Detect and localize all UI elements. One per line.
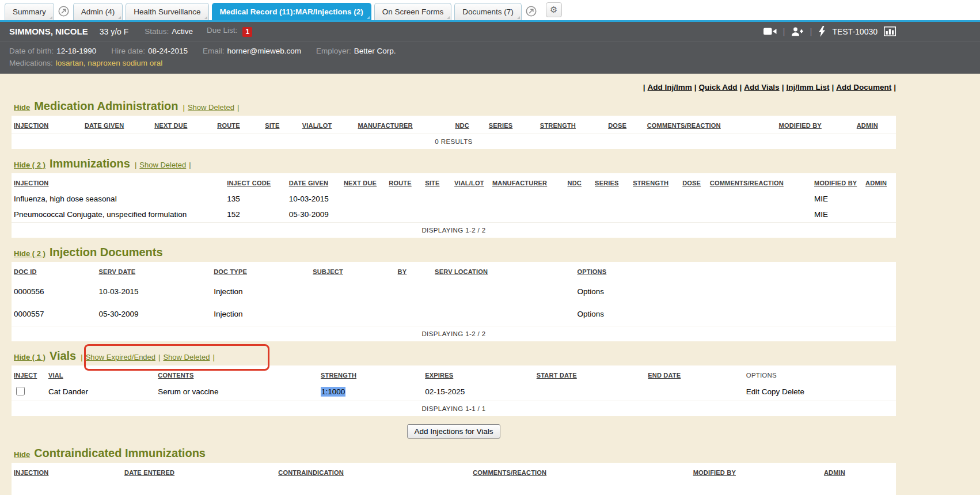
column-header-serv-location[interactable]: SERV LOCATION — [435, 268, 488, 275]
gear-icon: ⚙ — [550, 5, 557, 15]
hide-link[interactable]: Hide ( 1 ) — [14, 353, 45, 361]
add-injections-for-vials-button[interactable]: Add Injections for Vials — [407, 424, 500, 439]
cell — [863, 191, 896, 207]
column-header-series[interactable]: SERIES — [489, 122, 513, 129]
action-link-inj-imm-list[interactable]: Inj/Imm List — [786, 83, 829, 92]
section-links: | Show Deleted | — [183, 103, 240, 112]
column-header-contraindication[interactable]: CONTRAINDICATION — [278, 469, 344, 476]
column-header-end-date[interactable]: END DATE — [648, 372, 681, 379]
lightning-icon[interactable] — [818, 26, 826, 37]
cell — [341, 207, 386, 223]
column-header-options[interactable]: OPTIONS — [577, 268, 606, 275]
cell — [310, 280, 395, 303]
column-header-doc-type[interactable]: DOC TYPE — [214, 268, 247, 275]
column-header-modified-by[interactable]: MODIFIED BY — [779, 122, 822, 129]
hide-link[interactable]: Hide — [14, 103, 30, 112]
due-list-badge[interactable]: 1 — [242, 27, 252, 37]
tab-summary[interactable]: Summary — [5, 3, 54, 20]
column-header-series[interactable]: SERIES — [595, 180, 619, 186]
column-header-manufacturer[interactable]: MANUFACTURER — [492, 180, 547, 186]
column-header-start-date[interactable]: START DATE — [537, 372, 577, 379]
row-action-options[interactable]: Options — [577, 310, 604, 318]
column-header-inject[interactable]: INJECT — [14, 372, 37, 379]
column-header-subject[interactable]: SUBJECT — [313, 268, 343, 275]
row-select-checkbox[interactable] — [16, 387, 25, 395]
column-header-serv-date[interactable]: SERV DATE — [98, 268, 135, 275]
action-link-quick-add[interactable]: Quick Add — [699, 83, 738, 92]
section-title: Vials — [50, 349, 76, 363]
column-header-date-entered[interactable]: DATE ENTERED — [124, 469, 174, 476]
hide-link[interactable]: Hide ( 2 ) — [14, 249, 45, 258]
column-header-modified-by[interactable]: MODIFIED BY — [693, 469, 736, 476]
hide-link[interactable]: Hide — [14, 450, 30, 459]
popout-icon[interactable] — [526, 6, 537, 17]
status-field: Status:Active — [145, 27, 193, 36]
column-header-admin[interactable]: ADMIN — [824, 469, 845, 476]
column-header-strength[interactable]: STRENGTH — [321, 372, 356, 379]
column-header-vial[interactable]: VIAL — [48, 372, 63, 379]
medication-link-losartan[interactable]: losartan — [56, 59, 83, 67]
column-header-admin[interactable]: ADMIN — [857, 122, 878, 129]
column-header-injection[interactable]: INJECTION — [14, 122, 48, 129]
divider: | — [810, 26, 812, 36]
column-header-date-given[interactable]: DATE GIVEN — [85, 122, 124, 129]
row-action-options[interactable]: Options — [577, 287, 604, 296]
medication-link-naproxen-sodium-oral[interactable]: naproxen sodium oral — [88, 59, 162, 67]
column-header-expires[interactable]: EXPIRES — [425, 372, 453, 379]
column-header-ndc[interactable]: NDC — [568, 180, 582, 186]
column-header-contents[interactable]: CONTENTS — [158, 372, 193, 379]
action-link-add-inj-imm[interactable]: Add Inj/Imm — [648, 83, 692, 92]
show-deleted-link[interactable]: Show Deleted — [139, 161, 186, 169]
contraindicated-immunizations-table: INJECTIONDATE ENTEREDCONTRAINDICATIONCOM… — [12, 463, 896, 481]
cell — [630, 207, 680, 223]
column-header-modified-by[interactable]: MODIFIED BY — [814, 180, 857, 186]
column-header-route[interactable]: ROUTE — [217, 122, 240, 129]
column-header-dose[interactable]: DOSE — [608, 122, 626, 129]
column-header-strength[interactable]: STRENGTH — [633, 180, 668, 186]
tab-health-surveillance[interactable]: Health Surveillance — [126, 3, 208, 20]
column-header-comments-reaction[interactable]: COMMENTS/REACTION — [710, 180, 784, 186]
column-header-manufacturer[interactable]: MANUFACTURER — [358, 122, 412, 129]
settings-gear-button[interactable]: ⚙ — [546, 2, 562, 17]
action-link-add-vials[interactable]: Add Vials — [744, 83, 779, 92]
column-header-next-due[interactable]: NEXT DUE — [344, 180, 377, 186]
show-deleted-link[interactable]: Show Deleted — [188, 103, 234, 112]
cell: Injection — [211, 280, 310, 303]
row-action-edit-copy-delete[interactable]: Edit Copy Delete — [746, 387, 804, 396]
column-header-injection[interactable]: INJECTION — [14, 469, 48, 476]
show-deleted-link[interactable]: Show Deleted — [163, 353, 210, 361]
column-header-doc-id[interactable]: DOC ID — [14, 268, 37, 275]
column-header-strength[interactable]: STRENGTH — [540, 122, 576, 129]
column-header-dose[interactable]: DOSE — [682, 180, 701, 186]
button-row: Add Injections for Vials — [12, 424, 896, 439]
column-header-site[interactable]: SITE — [265, 122, 279, 129]
column-header-admin[interactable]: ADMIN — [865, 180, 887, 186]
hide-link[interactable]: Hide ( 2 ) — [14, 161, 45, 169]
column-header-inject-code[interactable]: INJECT CODE — [227, 180, 271, 186]
cell: Injection — [211, 303, 310, 326]
bar-chart-icon[interactable] — [884, 26, 896, 36]
column-header-vial-lot[interactable]: VIAL/LOT — [302, 122, 332, 129]
column-header-comments-reaction[interactable]: COMMENTS/REACTION — [473, 469, 546, 476]
tab-admin[interactable]: Admin (4) — [73, 3, 123, 20]
column-header-route[interactable]: ROUTE — [389, 180, 412, 186]
column-header-comments-reaction[interactable]: COMMENTS/REACTION — [647, 122, 721, 129]
highlighted-text: 1:1000 — [321, 387, 345, 397]
column-header-date-given[interactable]: DATE GIVEN — [289, 180, 328, 186]
section-links: | Show Expired/Ended | Show Deleted | — [81, 353, 215, 361]
column-header-by[interactable]: BY — [398, 268, 407, 275]
tab-documents[interactable]: Documents (7) — [454, 3, 522, 20]
add-person-icon[interactable] — [791, 27, 803, 36]
column-header-next-due[interactable]: NEXT DUE — [154, 122, 187, 129]
tab-on-screen-forms[interactable]: On Screen Forms — [374, 3, 452, 20]
show-expired-ended-link[interactable]: Show Expired/Ended — [86, 353, 155, 361]
column-header-vial-lot[interactable]: VIAL/LOT — [454, 180, 484, 186]
tab-medical-record[interactable]: Medical Record (11):MAR/Injections (2) — [212, 3, 371, 20]
column-header-ndc[interactable]: NDC — [455, 122, 469, 129]
column-header-injection[interactable]: INJECTION — [14, 180, 48, 186]
video-call-icon[interactable] — [764, 27, 777, 36]
column-header-site[interactable]: SITE — [425, 180, 439, 186]
section-header-contraindicated-immunizations: Hide Contraindicated Immunizations — [12, 447, 896, 462]
action-link-add-document[interactable]: Add Document — [836, 83, 891, 92]
popout-icon[interactable] — [58, 6, 69, 17]
